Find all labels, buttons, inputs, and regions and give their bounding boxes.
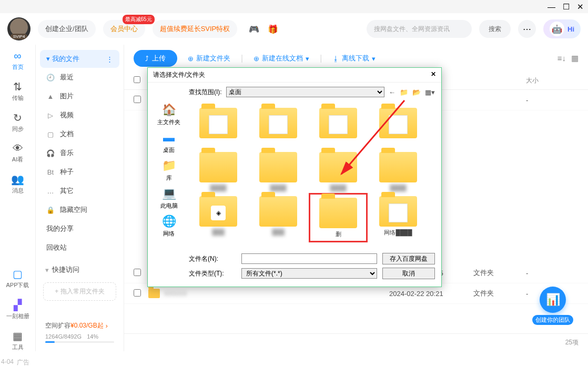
gift-icon[interactable]: 🎁 (268, 24, 278, 34)
filename-input[interactable] (241, 253, 377, 264)
col-size-header[interactable]: 大小 (526, 76, 579, 85)
folder-plus-icon: ⊕ (188, 55, 194, 63)
nav-rail: ∞首页 ⇅传输 ↻同步 👁AI看 👥消息 ▢APP下载 ▞一刻相册 ▦工具 (0, 45, 36, 351)
sidebar-recent[interactable]: 🕘最近 (40, 68, 119, 87)
assistant-face-icon: 🤖 (550, 22, 564, 36)
chevron-down-icon: ▾ (306, 55, 309, 63)
folder-item[interactable]: ████ (192, 152, 245, 192)
svip-badge: SVIP4 (11, 34, 28, 39)
footer-count: 25项 (124, 333, 588, 351)
more-button[interactable]: ⋯ (518, 20, 536, 38)
sidebar-hidden[interactable]: 🔒隐藏空间 (40, 200, 119, 219)
place-home[interactable]: 🏠主文件夹 (157, 103, 180, 126)
svip-extend-button[interactable]: 超值续费延长SVIP特权 (153, 20, 238, 38)
storage-expand-button[interactable]: 空间扩容 ¥0.03/GB起› (45, 321, 114, 330)
chart-icon: 📊 (540, 287, 566, 313)
search-button[interactable]: 搜索 (479, 20, 511, 38)
cancel-button[interactable]: 取消 (382, 268, 435, 279)
sidebar-other[interactable]: …其它 (40, 181, 119, 200)
sidebar-docs[interactable]: ▢文档 (40, 125, 119, 144)
sidebar: ▾ 我的文件 ⋮ 🕘最近 ▲图片 ▷视频 ▢文档 🎧音乐 Bt种子 …其它 🔒隐… (36, 45, 124, 351)
storage-bar (45, 341, 114, 343)
myfiles-menu-icon[interactable]: ⋮ (106, 55, 113, 63)
row-checkbox[interactable] (134, 96, 141, 103)
new-folder-button[interactable]: ⊕新建文件夹 (188, 54, 230, 63)
rail-home[interactable]: ∞首页 (12, 50, 24, 71)
rail-sync[interactable]: ↻同步 (12, 111, 24, 133)
sidebar-video[interactable]: ▷视频 (40, 106, 119, 125)
file-picker-dialog: 请选择文件/文件夹 ✕ 🏠主文件夹 ▬桌面 📁库 💻此电脑 🌐网络 查找范围(I… (147, 67, 442, 287)
filetype-select[interactable]: 所有文件(*.*) (241, 268, 377, 279)
folder-item[interactable] (192, 108, 245, 148)
sidebar-myfiles[interactable]: ▾ 我的文件 ⋮ (40, 50, 119, 68)
offline-download-button[interactable]: ⭳离线下载 ▾ (332, 54, 376, 63)
place-library[interactable]: 📁库 (160, 158, 177, 182)
filetype-label: 文件类型(T): (189, 269, 236, 278)
row-checkbox[interactable] (134, 289, 141, 297)
folder-item[interactable]: 网络████ (372, 196, 424, 239)
save-to-netdisk-button[interactable]: 存入百度网盘 (382, 253, 435, 264)
folder-item[interactable]: ████ (252, 152, 305, 192)
search-placeholder: 搜网盘文件、全网资源资讯 (374, 25, 450, 34)
file-grid: ████ ████ ████ ████ ◈███ ███ 删 网络████ (189, 100, 435, 247)
create-team-button[interactable]: 创建企业/团队 (38, 20, 96, 38)
rail-messages[interactable]: 👥消息 (11, 173, 24, 195)
sidebar-share[interactable]: 我的分享 (40, 219, 119, 238)
folder-item-highlighted[interactable]: 删 (312, 196, 364, 239)
download-icon: ⭳ (332, 55, 339, 63)
hi-assistant-button[interactable]: 🤖 Hi (543, 19, 581, 38)
folder-item[interactable]: ████ (372, 152, 424, 192)
rail-tools[interactable]: ▦工具 (12, 330, 24, 351)
rail-ai[interactable]: 👁AI看 (12, 142, 23, 164)
minimize-icon[interactable]: — (548, 2, 555, 11)
look-in-select[interactable]: 桌面 (226, 87, 384, 97)
vip-center-button[interactable]: 会员中心 最高减65元 (103, 20, 145, 38)
places-bar: 🏠主文件夹 ▬桌面 📁库 💻此电脑 🌐网络 (154, 87, 184, 279)
nav-newfolder-icon[interactable]: 📂 (412, 88, 421, 96)
hi-label: Hi (567, 25, 574, 33)
dialog-close-icon[interactable]: ✕ (431, 70, 436, 79)
folder-item[interactable] (312, 108, 364, 148)
avatar[interactable]: SVIP4 (7, 17, 31, 40)
rail-app[interactable]: ▢APP下载 (6, 268, 29, 289)
storage-indicator: 1264G/8492G14% (45, 333, 114, 340)
place-desktop[interactable]: ▬桌面 (160, 130, 177, 154)
new-doc-button[interactable]: ⊕新建在线文档 ▾ (254, 54, 309, 63)
sidebar-drag-hint[interactable]: + 拖入常用文件夹 (43, 282, 116, 301)
place-network[interactable]: 🌐网络 (160, 214, 177, 238)
upload-icon: ⤴ (145, 55, 149, 63)
sidebar-quick[interactable]: ▾快捷访问 (40, 260, 119, 279)
select-all-checkbox[interactable] (134, 76, 140, 83)
maximize-icon[interactable]: ☐ (563, 2, 570, 12)
folder-item[interactable]: ◈███ (192, 196, 245, 239)
folder-item[interactable]: ███ (252, 196, 305, 239)
row-checkbox[interactable] (134, 269, 141, 276)
doc-plus-icon: ⊕ (254, 55, 259, 63)
dialog-title: 请选择文件/文件夹 (153, 70, 205, 79)
create-team-fab[interactable]: 📊 创建你的团队 (532, 287, 573, 325)
vip-discount-badge: 最高减65元 (123, 15, 155, 24)
grid-view-icon[interactable]: ▦ (571, 54, 579, 63)
rail-album[interactable]: ▞一刻相册 (6, 299, 29, 320)
upload-button[interactable]: ⤴上传 (134, 50, 177, 67)
chevron-down-icon: ▾ (372, 55, 376, 63)
gamepad-icon[interactable]: 🎮 (249, 24, 259, 34)
nav-view-icon[interactable]: ▦▾ (425, 88, 435, 96)
folder-item[interactable]: ████ (312, 152, 364, 192)
place-thispc[interactable]: 💻此电脑 (160, 186, 178, 210)
look-in-label: 查找范围(I): (189, 88, 222, 97)
folder-item[interactable] (372, 108, 424, 148)
sort-icon[interactable]: ≡↓ (557, 54, 566, 63)
search-input[interactable]: 搜网盘文件、全网资源资讯 (367, 20, 472, 38)
sidebar-torrent[interactable]: Bt种子 (40, 162, 119, 181)
nav-up-icon[interactable]: 📁 (400, 88, 408, 96)
rail-transfer[interactable]: ⇅传输 (12, 80, 24, 102)
close-icon[interactable]: ✕ (577, 2, 584, 12)
sidebar-recycle[interactable]: 回收站 (40, 238, 119, 257)
filename-label: 文件名(N): (189, 254, 236, 263)
sidebar-music[interactable]: 🎧音乐 (40, 144, 119, 162)
sidebar-images[interactable]: ▲图片 (40, 87, 119, 106)
folder-item[interactable] (252, 108, 305, 148)
look-in-row: 查找范围(I): 桌面 ← 📁 📂 ▦▾ (189, 87, 435, 97)
nav-back-icon[interactable]: ← (389, 88, 396, 96)
